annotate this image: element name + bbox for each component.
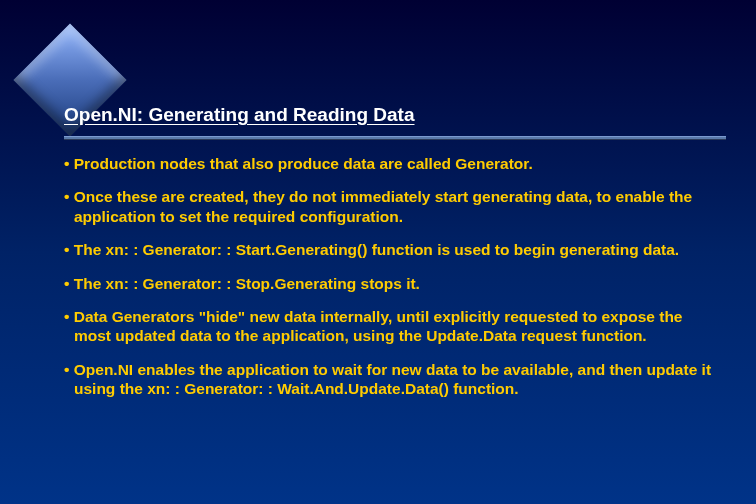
slide-title: Open.NI: Generating and Reading Data — [64, 104, 726, 126]
bullet-item: The xn: : Generator: : Start.Generating(… — [64, 240, 712, 259]
bullet-item: Open.NI enables the application to wait … — [64, 360, 712, 399]
title-underline-rule — [64, 136, 726, 140]
bullet-item: Data Generators "hide" new data internal… — [64, 307, 712, 346]
slide-content: Production nodes that also produce data … — [64, 154, 712, 412]
bullet-item: Production nodes that also produce data … — [64, 154, 712, 173]
bullet-item: Once these are created, they do not imme… — [64, 187, 712, 226]
title-section: Open.NI: Generating and Reading Data — [64, 104, 726, 140]
bullet-item: The xn: : Generator: : Stop.Generating s… — [64, 274, 712, 293]
